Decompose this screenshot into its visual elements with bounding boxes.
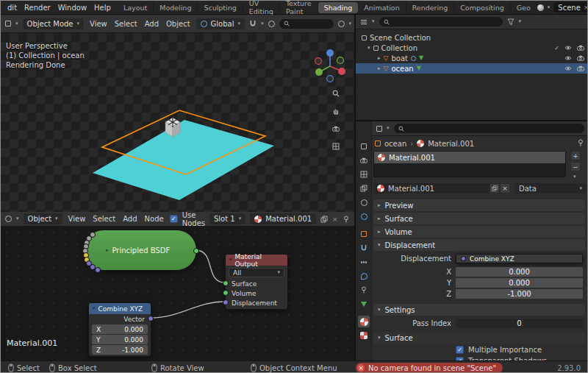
panel-settings[interactable]: ▾Settings xyxy=(373,304,585,316)
tab-physics-icon[interactable] xyxy=(358,270,370,282)
tab-sculpting[interactable]: Sculpting xyxy=(198,2,243,13)
properties-search-input[interactable] xyxy=(394,124,584,133)
snap-magnet-icon[interactable] xyxy=(249,20,257,27)
tab-world-icon[interactable] xyxy=(358,210,370,222)
tab-scene-icon[interactable] xyxy=(358,196,370,208)
tab-view-layer-icon[interactable] xyxy=(358,182,370,194)
material-browse-field[interactable]: Material.001 xyxy=(373,183,490,193)
multiple-importance-checkbox[interactable]: ✓ xyxy=(456,346,464,354)
move-view-hand-icon[interactable] xyxy=(330,105,342,117)
socket-input-surface[interactable] xyxy=(223,280,229,286)
navigation-gizmo[interactable] xyxy=(315,49,345,82)
viewport-editor-type-caret[interactable]: ▾ xyxy=(15,21,18,26)
properties-editor-type-caret[interactable]: ▾ xyxy=(387,126,390,131)
outliner-row-boat[interactable]: ▸ ▽ boat ▼ xyxy=(356,53,588,63)
panel-displacement[interactable]: ▾Displacement xyxy=(373,239,585,251)
breadcrumb-material[interactable]: Material.001 xyxy=(428,140,474,148)
viewport-editor-type-icon[interactable] xyxy=(5,21,11,26)
viewport-menu-object[interactable]: Object xyxy=(165,20,192,28)
panel-volume[interactable]: ▸Volume xyxy=(373,226,585,238)
subpanel-surface[interactable]: ▾Surface xyxy=(373,332,585,344)
proportional-editing-icon[interactable] xyxy=(268,21,275,27)
tab-geometry-nodes[interactable]: Geo xyxy=(511,2,537,13)
new-material-copy-icon[interactable] xyxy=(320,216,328,223)
center-cube[interactable] xyxy=(165,117,180,137)
outliner-row-ocean[interactable]: ▸ ▽ ocean ▼ xyxy=(356,63,588,74)
disp-y-field[interactable]: 0.000 xyxy=(456,278,583,288)
disp-x-field[interactable]: 0.000 xyxy=(456,267,583,277)
material-datablock-field[interactable]: Material.001 xyxy=(250,213,316,224)
socket-input-vector[interactable] xyxy=(95,267,101,273)
tab-modifiers-icon[interactable] xyxy=(358,242,370,254)
node-output-header[interactable]: ▾ Material Output xyxy=(226,255,287,266)
snap-caret[interactable]: ▾ xyxy=(261,21,264,26)
pass-index-field[interactable]: 0 xyxy=(456,319,583,328)
hide-eye-icon[interactable] xyxy=(564,54,572,62)
ocean-plane[interactable] xyxy=(93,120,274,200)
outliner-row-scene-collection[interactable]: Scene Collection xyxy=(356,32,588,43)
viewport-menu-add[interactable]: Add xyxy=(143,20,160,28)
viewport-search-input[interactable] xyxy=(279,19,334,29)
error-close-icon[interactable]: × xyxy=(357,364,365,372)
tab-output-icon[interactable] xyxy=(358,168,370,180)
unlink-material-icon[interactable]: × xyxy=(332,216,338,223)
filter-caret[interactable]: ▾ xyxy=(519,19,522,24)
combine-z-field[interactable]: Z -1.000 xyxy=(92,345,148,355)
menu-render[interactable]: Render xyxy=(21,4,54,12)
material-link-dropdown[interactable]: Data ▾ xyxy=(514,183,587,193)
unlink-material-button[interactable]: × xyxy=(500,183,510,193)
outliner-editor-type-caret[interactable]: ▾ xyxy=(372,19,375,24)
disable-render-camera-icon[interactable] xyxy=(577,65,584,72)
panel-preview[interactable]: ▸Preview xyxy=(373,199,585,211)
multiple-importance-option[interactable]: ✓ Multiple Importance xyxy=(456,346,542,354)
tab-object-icon[interactable] xyxy=(358,228,370,240)
material-slot-list[interactable]: Material.001 xyxy=(373,151,566,177)
slot-select[interactable]: Slot 1 ▾ xyxy=(209,213,245,224)
gizmos-caret[interactable]: ▾ xyxy=(349,21,352,26)
expand-icon[interactable]: ▾ xyxy=(368,46,370,51)
expand-icon[interactable]: ▸ xyxy=(378,66,381,71)
toggle-ortho-grid-icon[interactable] xyxy=(330,141,342,152)
disp-z-field[interactable]: -1.000 xyxy=(456,289,583,299)
collapse-arrow-icon[interactable]: ▾ xyxy=(229,257,232,263)
shader-menu-node[interactable]: Node xyxy=(143,215,165,223)
tab-texture-icon[interactable] xyxy=(358,330,370,341)
outliner-editor-type-icon[interactable] xyxy=(360,18,368,26)
node-combine-xyz[interactable]: ▾ Combine XYZ Vector X 0.000 Y 0.000 Z -… xyxy=(88,302,151,357)
scene-browse-caret[interactable]: ▾ xyxy=(548,5,551,10)
transform-orientation-select[interactable]: Global ▾ xyxy=(196,18,245,29)
expand-icon[interactable]: ▸ xyxy=(378,56,381,61)
error-message-pill[interactable]: × No camera found in scene "Scene" xyxy=(356,363,503,373)
hide-eye-icon[interactable] xyxy=(564,65,572,72)
breadcrumb-object[interactable]: ocean xyxy=(384,140,406,148)
hide-eye-icon[interactable] xyxy=(564,44,572,51)
collapse-arrow-icon[interactable]: ▸ xyxy=(106,248,109,253)
tab-particles-icon[interactable] xyxy=(358,256,370,268)
menu-help[interactable]: Help xyxy=(90,4,115,12)
tab-material-icon[interactable] xyxy=(358,316,370,327)
tab-render-icon[interactable] xyxy=(358,154,370,166)
disable-render-camera-icon[interactable] xyxy=(577,54,584,62)
node-combine-header[interactable]: ▾ Combine XYZ xyxy=(89,303,151,314)
shader-editor-type-caret[interactable]: ▾ xyxy=(16,216,19,221)
use-nodes-checkbox[interactable]: ✓ xyxy=(170,215,178,223)
properties-editor-type-icon[interactable] xyxy=(376,126,382,132)
menu-window[interactable]: Window xyxy=(54,4,90,12)
tab-rendering[interactable]: Rendering xyxy=(406,2,455,13)
tab-compositing[interactable]: Compositing xyxy=(454,2,511,13)
viewport-3d[interactable]: User Perspective (1) Collection | ocean … xyxy=(1,33,354,212)
socket-input-displacement[interactable] xyxy=(223,299,229,305)
outliner-row-collection[interactable]: ▾ Collection ✓ xyxy=(356,43,588,53)
shader-editor-type-icon[interactable] xyxy=(5,216,12,222)
pin-icon[interactable] xyxy=(577,139,584,146)
add-slot-button[interactable]: + xyxy=(570,151,581,160)
socket-input-volume[interactable] xyxy=(223,290,229,296)
viewport-menu-view[interactable]: View xyxy=(88,20,109,28)
node-principled-bsdf[interactable]: ▸ Principled BSDF xyxy=(83,230,197,271)
shader-node-canvas[interactable]: ▸ Principled BSDF ▾ Material Output All … xyxy=(1,227,354,360)
tab-shading[interactable]: Shading xyxy=(318,2,359,13)
slot-specials-caret[interactable]: ▾ xyxy=(573,174,576,180)
menu-edit[interactable]: dit xyxy=(4,4,21,12)
material-slot-row[interactable]: Material.001 xyxy=(374,152,565,163)
scene-selector[interactable]: Scene × xyxy=(553,2,588,13)
